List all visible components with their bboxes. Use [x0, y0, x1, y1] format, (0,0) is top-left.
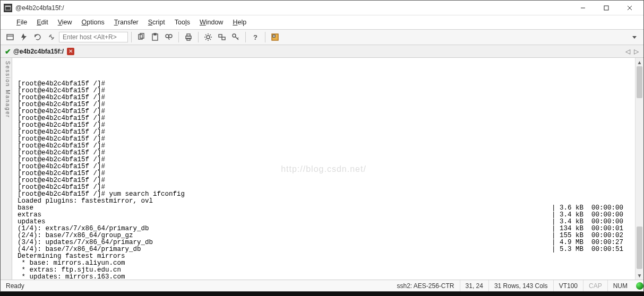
svg-rect-18 — [187, 34, 190, 36]
terminal-line: [root@e4b2c4bfa15f /]# — [18, 136, 630, 143]
status-size: 31 Rows, 143 Cols — [489, 280, 554, 291]
body: Session Manager http://blog.csdn.net/ [r… — [1, 58, 643, 280]
menu-window[interactable]: Window — [195, 17, 227, 28]
tabbar: ✔ @e4b2c4bfa15f:/ ✕ ◁ ▷ — [1, 45, 643, 58]
tab-close-button[interactable]: ✕ — [67, 48, 74, 55]
toolbar-dropdown-icon[interactable] — [631, 33, 638, 41]
status-cap: CAP — [583, 280, 608, 291]
menu-tools[interactable]: Tools — [170, 17, 194, 28]
print-icon[interactable] — [182, 31, 195, 43]
scroll-down-icon[interactable]: ▼ — [636, 271, 643, 280]
menu-edit[interactable]: Edit — [32, 17, 53, 28]
terminal[interactable]: http://blog.csdn.net/ [root@e4b2c4bfa15f… — [12, 58, 635, 280]
terminal-line: [root@e4b2c4bfa15f /]# — [18, 177, 630, 184]
svg-line-9 — [50, 36, 53, 38]
svg-rect-28 — [273, 35, 275, 37]
terminal-wrap: http://blog.csdn.net/ [root@e4b2c4bfa15f… — [12, 58, 635, 280]
status-num: NUM — [608, 280, 633, 291]
svg-line-25 — [237, 38, 238, 39]
terminal-line: [root@e4b2c4bfa15f /]# — [18, 101, 630, 108]
menubar: File Edit View Options Transfer Script T… — [1, 15, 643, 29]
terminal-line: [root@e4b2c4bfa15f /]# — [18, 108, 630, 115]
terminal-line: [root@e4b2c4bfa15f /]# — [18, 129, 630, 136]
terminal-line: * updates: mirrors.163.com — [18, 274, 630, 280]
menu-view[interactable]: View — [54, 17, 76, 28]
svg-point-20 — [207, 36, 210, 39]
terminal-line: [root@e4b2c4bfa15f /]# — [18, 88, 630, 94]
menu-transfer[interactable]: Transfer — [110, 17, 143, 28]
toolbar-extra-icon[interactable] — [269, 31, 281, 43]
svg-rect-13 — [154, 33, 156, 35]
svg-rect-3 — [604, 6, 608, 10]
desktop-taskbar — [0, 292, 644, 296]
svg-marker-8 — [21, 33, 27, 41]
app-icon — [4, 4, 12, 12]
svg-rect-1 — [5, 6, 11, 7]
terminal-line: extras| 3.4 kB 00:00:00 — [18, 212, 630, 219]
terminal-line: [root@e4b2c4bfa15f /]# — [18, 81, 630, 88]
minimize-button[interactable] — [571, 1, 595, 15]
svg-point-14 — [166, 34, 169, 38]
svg-rect-21 — [219, 34, 222, 37]
sessions-icon[interactable] — [216, 31, 228, 43]
scroll-thumb[interactable] — [637, 66, 642, 98]
settings-icon[interactable] — [202, 31, 214, 43]
terminal-line: [root@e4b2c4bfa15f /]# — [18, 163, 630, 170]
maximize-button[interactable] — [595, 1, 618, 15]
quick-connect-icon[interactable] — [18, 31, 30, 43]
svg-rect-22 — [222, 37, 225, 40]
status-cursor-pos: 31, 24 — [460, 280, 489, 291]
app-window: @e4b2c4bfa15f:/ File Edit View Options T… — [0, 0, 644, 292]
new-session-icon[interactable] — [4, 31, 16, 43]
titlebar: @e4b2c4bfa15f:/ — [1, 1, 643, 15]
svg-rect-19 — [187, 38, 190, 40]
scroll-thumb-lower[interactable] — [637, 227, 642, 269]
svg-point-15 — [169, 34, 172, 38]
terminal-line: base| 3.6 kB 00:00:00 — [18, 205, 630, 212]
window-title: @e4b2c4bfa15f:/ — [15, 4, 64, 12]
status-led-icon — [636, 282, 643, 290]
scrollbar[interactable]: ▲ ▼ — [635, 58, 643, 280]
tab-title[interactable]: @e4b2c4bfa15f:/ — [13, 48, 64, 55]
disconnect-icon[interactable] — [45, 31, 58, 43]
terminal-line: [root@e4b2c4bfa15f /]# — [18, 122, 630, 129]
status-ready: Ready — [1, 280, 30, 291]
menu-help[interactable]: Help — [228, 17, 251, 28]
svg-text:?: ? — [253, 33, 257, 41]
tab-next-icon[interactable]: ▷ — [632, 47, 640, 56]
host-input[interactable] — [59, 32, 128, 42]
find-icon[interactable] — [162, 31, 175, 43]
menu-script[interactable]: Script — [144, 17, 169, 28]
copy-icon[interactable] — [135, 31, 148, 43]
svg-line-16 — [168, 38, 169, 40]
scroll-up-icon[interactable]: ▲ — [636, 58, 643, 66]
session-manager-panel[interactable]: Session Manager — [1, 58, 12, 280]
terminal-line: [root@e4b2c4bfa15f /]# — [18, 156, 630, 163]
toolbar: ? — [1, 29, 643, 45]
terminal-line: [root@e4b2c4bfa15f /]# — [18, 94, 630, 101]
tab-connected-icon: ✔ — [5, 47, 11, 56]
menu-options[interactable]: Options — [78, 17, 109, 28]
statusbar: Ready ssh2: AES-256-CTR 31, 24 31 Rows, … — [1, 280, 643, 291]
terminal-line: [root@e4b2c4bfa15f /]# — [18, 115, 630, 122]
svg-rect-6 — [7, 34, 13, 40]
menu-file[interactable]: File — [12, 17, 31, 28]
key-icon[interactable] — [229, 31, 242, 43]
reconnect-icon[interactable] — [31, 31, 44, 43]
terminal-line: [root@e4b2c4bfa15f /]# — [18, 143, 630, 150]
terminal-line: Loaded plugins: fastestmirror, ovl — [18, 198, 630, 205]
help-icon[interactable]: ? — [249, 31, 262, 43]
close-button[interactable] — [618, 1, 641, 15]
svg-marker-29 — [632, 36, 637, 39]
terminal-line: [root@e4b2c4bfa15f /]# — [18, 150, 630, 156]
status-termtype: VT100 — [554, 280, 583, 291]
tab-prev-icon[interactable]: ◁ — [623, 47, 632, 56]
status-connection: ssh2: AES-256-CTR — [391, 280, 460, 291]
terminal-line: [root@e4b2c4bfa15f /]# — [18, 170, 630, 177]
paste-icon[interactable] — [149, 31, 161, 43]
